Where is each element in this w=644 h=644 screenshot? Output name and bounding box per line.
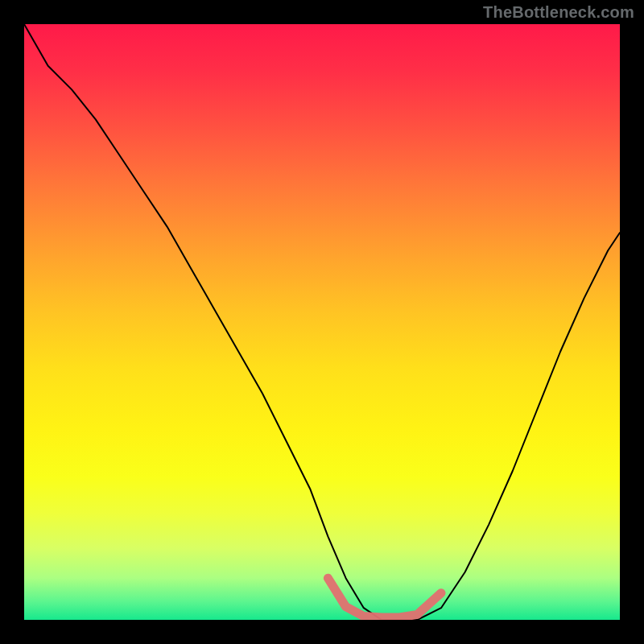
attribution-text: TheBottleneck.com <box>483 3 634 22</box>
chart-svg <box>24 24 620 620</box>
plot-area <box>24 24 620 620</box>
chart-frame: TheBottleneck.com <box>0 0 644 644</box>
svg-rect-0 <box>24 24 620 620</box>
